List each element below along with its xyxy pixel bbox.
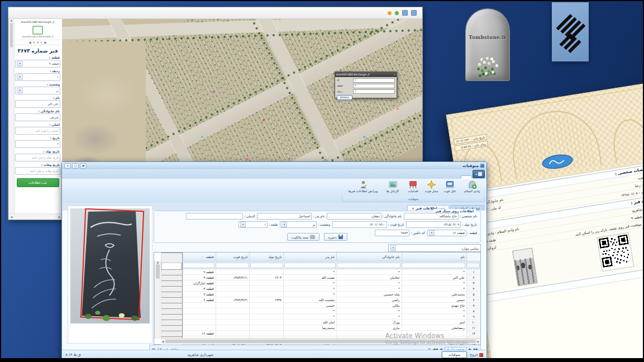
table-row[interactable]: ۹ * * * ۸۹۷۷ (161, 314, 480, 320)
scroll-up-icon[interactable]: ▲ (11, 19, 12, 22)
marker-tool-icon[interactable] (388, 11, 392, 15)
save-button[interactable]: ذخیره (324, 233, 347, 241)
filter-input[interactable] (250, 263, 283, 268)
person-name-input[interactable]: حاج ماشاالله (404, 213, 459, 220)
maximize-icon[interactable]: □ (72, 163, 79, 169)
popup-field-input[interactable]: ۱ (353, 89, 395, 94)
cell-family: * (336, 314, 401, 319)
filter-input[interactable] (183, 263, 214, 268)
chevron-down-icon[interactable]: ▾ (240, 222, 246, 227)
ribbon-button-death-causes[interactable]: علل فوت (441, 179, 459, 197)
scrollbar-thumb[interactable] (10, 23, 13, 47)
ribbon-button-actions[interactable]: اقدامات (404, 179, 422, 197)
field-input[interactable]: * (15, 140, 60, 148)
column-header[interactable]: قطعه (183, 253, 216, 261)
field-input[interactable]: شریفی (15, 113, 60, 121)
table-row[interactable]: ۵ محمدعلی شاه حسینی * قطعه ۲ ۴۹۷۷ (161, 292, 480, 297)
column-header[interactable]: نام خانوادگی (336, 253, 401, 261)
popup-field-input[interactable]: ۲ (353, 84, 395, 89)
ribbon-button-death-place[interactable]: محل فوت (422, 179, 441, 197)
field-input[interactable]: تاریخ وفات را وارد کنید (15, 167, 60, 175)
table-row[interactable]: ۲ علی اکبر حقانیان نعمت الله ۱۳۰۳ ۱۳۵۳/۲… (161, 275, 480, 280)
table-row[interactable]: ۶ حسین راضی حشمت الله ۱۳۳۸ ۱۳۷۲/۳/۲۱ قطع… (161, 297, 480, 303)
table-row[interactable]: ۳ * * * قطعه ایثارگران ۲۹۷۷ (161, 280, 480, 286)
cell-death-date: ۱۳۷۲/۳/۲۱ (216, 297, 250, 302)
pan-left-icon[interactable]: ◀ (28, 41, 31, 44)
select-tool-icon[interactable] (402, 10, 408, 16)
field-input[interactable]: علی اکبر (15, 100, 60, 108)
table-row[interactable]: ۷ حاج مهدی ملکی حسنی ۶۹۷۷ (161, 303, 480, 308)
ribbon-button-worklists[interactable]: کارتابل ها (381, 179, 404, 197)
scroll-up-icon[interactable]: ▲ (157, 261, 159, 264)
scroll-left-icon[interactable]: ◀ (162, 340, 164, 343)
refresh-icon[interactable]: ↻ (33, 41, 36, 44)
chevron-down-icon[interactable]: ▾ (17, 88, 23, 93)
tab-close-icon[interactable]: × (412, 207, 414, 210)
filter-select[interactable]: تمامی موارد ▾ (388, 244, 481, 252)
death-date-input[interactable]: ۱۴۰۱/۰۹/۱۰ (332, 221, 387, 228)
ribbon-button-cemeteries[interactable]: وادی السلام (459, 179, 485, 197)
table-row[interactable]: ۱۱ رمضانعلی بیاری محمدرضا ۹۷۷۱ (161, 325, 480, 331)
delete-feature-icon[interactable]: × (40, 41, 43, 44)
table-vertical-scrollbar[interactable]: ▲ (154, 261, 161, 339)
close-icon[interactable]: × (64, 163, 71, 169)
status-select[interactable]: پر▾ (280, 221, 317, 228)
exit-button[interactable]: خروج (470, 353, 483, 357)
cell-family: بیاری (336, 325, 401, 330)
table-row[interactable]: ۱۰ امیر پورک امان الله ۹۷۷۰ (161, 320, 480, 325)
pan-right-icon[interactable]: ▶ (45, 41, 47, 44)
cell-father: * (283, 269, 336, 274)
field-input[interactable]: کسانی را وارد کنید (15, 127, 60, 135)
column-header[interactable] (466, 253, 480, 261)
floor-select[interactable]: ۱▾ (238, 221, 268, 228)
panel-horizontal-scrollbar[interactable]: ◀ ▶ (9, 213, 62, 220)
national-id-input[interactable] (186, 213, 243, 220)
chevron-down-icon[interactable]: ▾ (390, 245, 396, 251)
filter-input[interactable] (216, 263, 249, 268)
cell-death-date (216, 280, 250, 285)
column-header[interactable]: تاریخ فوت (216, 253, 250, 261)
filter-input[interactable] (284, 263, 336, 268)
minimize-icon[interactable]: ▬ (80, 163, 87, 169)
scrollbar-thumb[interactable] (156, 264, 160, 279)
close-icon[interactable]: × (393, 73, 395, 76)
column-header[interactable]: نام پدر (283, 253, 336, 261)
deceased-status-button[interactable]: متوفیات (442, 351, 468, 358)
chevron-down-icon[interactable]: ▾ (17, 61, 23, 66)
zoom-tool-icon[interactable] (411, 10, 417, 16)
scroll-right-icon[interactable]: ▶ (59, 216, 60, 218)
column-header[interactable]: تاریخ تولد (249, 253, 283, 261)
window-titlebar: × □ ▬ متوفیات (62, 162, 486, 170)
filter-input[interactable] (402, 263, 465, 268)
logo-panel (552, 2, 589, 61)
row-number: ۲ (466, 275, 480, 280)
scroll-right-icon[interactable]: ▶ (478, 340, 479, 343)
family-name-input[interactable]: دهقان (327, 213, 381, 220)
field-input[interactable]: ۱ ▾ (15, 73, 60, 81)
ownership-deed-button[interactable]: سند مالکیت (287, 233, 319, 241)
table-row[interactable]: ۸ * * * ۷۹۷۷ (161, 308, 480, 314)
ribbon-button-edit-graves[interactable]: ویرایش اطلاعات قبرها (345, 179, 381, 197)
layer-tool-icon[interactable] (395, 11, 399, 15)
field-input[interactable]: پر ▾ (15, 87, 60, 94)
cell-family: * (336, 269, 401, 274)
chevron-down-icon[interactable]: ▾ (282, 222, 287, 227)
submit-info-button[interactable]: ثبت اطلاعات (17, 178, 59, 187)
cell-block (183, 308, 216, 313)
app-menu-button[interactable]: ▾ (473, 170, 485, 178)
filter-input[interactable] (337, 263, 400, 268)
field-input[interactable]: قطعه ۲ ▾ (15, 60, 60, 68)
delete-button[interactable]: Delete (337, 95, 352, 100)
field-value: کسانی را وارد کنید (35, 129, 59, 132)
birth-date-input[interactable]: ۱۳۱۵/۰۳/۰۹ (406, 221, 461, 228)
scroll-left-icon[interactable]: ◀ (11, 216, 12, 218)
father-name-input[interactable]: اسماعیل (257, 213, 312, 220)
panel-vertical-scrollbar[interactable]: ▲ (9, 19, 15, 214)
dropdown-icon[interactable]: ▾ (37, 41, 39, 44)
field-input[interactable]: تاریخ تولد را وارد کنید (15, 154, 60, 161)
table-row[interactable]: ۴ * * * قطعه ۳ ۳۹۷۷ (161, 286, 480, 292)
chevron-down-icon[interactable]: ▾ (17, 74, 23, 80)
popup-field-input[interactable]: ۲ (353, 78, 395, 83)
column-header[interactable]: نام (402, 253, 466, 261)
table-row[interactable]: ۱ * * * قطعه ۹ ۹۷۷ (161, 269, 480, 275)
